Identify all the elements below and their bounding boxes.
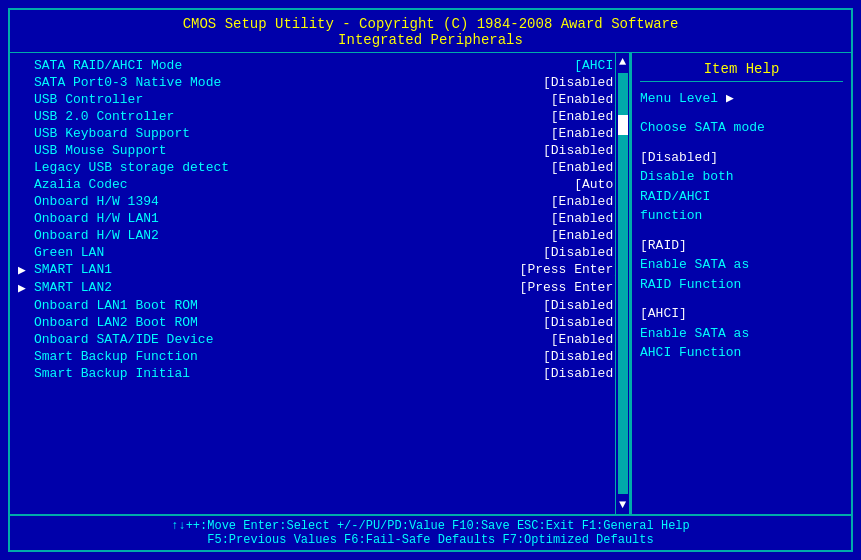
menu-level-label: Menu Level [640,91,718,106]
menu-item-value: [Press Enter] [520,262,621,278]
choose-sata-label: Choose SATA mode [640,118,843,138]
menu-item-label: USB Mouse Support [34,143,539,158]
menu-item[interactable]: ▶SMART LAN2[Press Enter] [10,279,629,297]
title-bar: CMOS Setup Utility - Copyright (C) 1984-… [10,10,851,53]
menu-item[interactable]: Azalia Codec[Auto] [10,176,629,193]
menu-item-arrow [18,143,30,158]
menu-item-label: SATA RAID/AHCI Mode [34,58,570,73]
menu-item-arrow [18,109,30,124]
disabled-desc1: Disable both [640,169,734,184]
menu-item[interactable]: Smart Backup Initial[Disabled] [10,365,629,382]
menu-item[interactable]: Green LAN[Disabled] [10,244,629,261]
menu-item-label: Onboard LAN1 Boot ROM [34,298,539,313]
menu-item[interactable]: SATA RAID/AHCI Mode[AHCI] [10,57,629,74]
menu-item[interactable]: Onboard LAN2 Boot ROM[Disabled] [10,314,629,331]
menu-item[interactable]: USB Mouse Support[Disabled] [10,142,629,159]
menu-item-label: USB Keyboard Support [34,126,547,141]
menu-item-value: [Enabled] [551,109,621,124]
ahci-section: [AHCI] Enable SATA as AHCI Function [640,304,843,363]
item-help-title: Item Help [640,61,843,82]
menu-item-value: [Enabled] [551,228,621,243]
bottom-line1: ↑↓++:Move Enter:Select +/-/PU/PD:Value F… [18,519,843,533]
title-line1: CMOS Setup Utility - Copyright (C) 1984-… [10,16,851,32]
menu-item-value: [AHCI] [574,58,621,73]
menu-item-arrow [18,92,30,107]
menu-item-label: Onboard SATA/IDE Device [34,332,547,347]
menu-item-value: [Enabled] [551,160,621,175]
menu-level-arrow: ▶ [726,90,734,106]
menu-item-value: [Disabled] [543,143,621,158]
menu-item-label: Onboard LAN2 Boot ROM [34,315,539,330]
menu-item-value: [Enabled] [551,126,621,141]
bottom-line2: F5:Previous Values F6:Fail-Safe Defaults… [18,533,843,547]
scrollbar-down-button[interactable]: ▼ [617,496,628,514]
menu-item-value: [Disabled] [543,349,621,364]
menu-item-arrow [18,366,30,381]
main-content: SATA RAID/AHCI Mode[AHCI] SATA Port0-3 N… [10,53,851,514]
ahci-bracket: [AHCI] [640,304,843,324]
menu-item[interactable]: USB 2.0 Controller[Enabled] [10,108,629,125]
scrollbar-up-button[interactable]: ▲ [617,53,628,71]
menu-item-arrow [18,177,30,192]
menu-item-label: Smart Backup Initial [34,366,539,381]
menu-item-arrow [18,160,30,175]
menu-item-value: [Disabled] [543,245,621,260]
disabled-desc2: RAID/AHCI [640,189,710,204]
menu-item-value: [Auto] [574,177,621,192]
scrollbar-thumb[interactable] [618,115,628,135]
menu-item-value: [Enabled] [551,332,621,347]
disabled-desc3: function [640,208,702,223]
menu-item-label: Azalia Codec [34,177,570,192]
menu-item[interactable]: USB Keyboard Support[Enabled] [10,125,629,142]
menu-item-label: SATA Port0-3 Native Mode [34,75,539,90]
menu-item[interactable]: ▶SMART LAN1[Press Enter] [10,261,629,279]
scrollbar[interactable]: ▲ ▼ [615,53,629,514]
menu-item-value: [Disabled] [543,315,621,330]
raid-desc2: RAID Function [640,277,741,292]
menu-item[interactable]: Legacy USB storage detect[Enabled] [10,159,629,176]
menu-item[interactable]: Onboard H/W 1394[Enabled] [10,193,629,210]
menu-item[interactable]: Onboard SATA/IDE Device[Enabled] [10,331,629,348]
menu-item-arrow [18,315,30,330]
menu-item-arrow [18,349,30,364]
menu-item-label: Onboard H/W LAN1 [34,211,547,226]
menu-item-label: USB Controller [34,92,547,107]
menu-item[interactable]: Onboard LAN1 Boot ROM[Disabled] [10,297,629,314]
menu-item-arrow: ▶ [18,262,30,278]
menu-item-label: USB 2.0 Controller [34,109,547,124]
menu-item-arrow [18,298,30,313]
menu-list: SATA RAID/AHCI Mode[AHCI] SATA Port0-3 N… [10,57,629,382]
menu-item-arrow [18,58,30,73]
raid-section: [RAID] Enable SATA as RAID Function [640,236,843,295]
raid-bracket: [RAID] [640,236,843,256]
raid-desc1: Enable SATA as [640,257,749,272]
menu-item-arrow [18,332,30,347]
menu-item[interactable]: USB Controller[Enabled] [10,91,629,108]
bios-window: CMOS Setup Utility - Copyright (C) 1984-… [8,8,853,552]
title-line2: Integrated Peripherals [10,32,851,48]
disabled-bracket: [Disabled] [640,148,843,168]
right-panel: Item Help Menu Level ▶ Choose SATA mode … [631,53,851,514]
menu-item-arrow: ▶ [18,280,30,296]
scrollbar-track [618,73,628,494]
menu-item[interactable]: Onboard H/W LAN1[Enabled] [10,210,629,227]
menu-item-value: [Disabled] [543,298,621,313]
menu-item-label: Green LAN [34,245,539,260]
menu-level: Menu Level ▶ [640,90,843,106]
menu-item[interactable]: Onboard H/W LAN2[Enabled] [10,227,629,244]
menu-item-value: [Press Enter] [520,280,621,296]
ahci-desc1: Enable SATA as [640,326,749,341]
menu-item-label: SMART LAN2 [34,280,516,296]
ahci-desc2: AHCI Function [640,345,741,360]
menu-item-value: [Disabled] [543,366,621,381]
menu-item[interactable]: SATA Port0-3 Native Mode[Disabled] [10,74,629,91]
menu-item-arrow [18,126,30,141]
menu-item-label: Smart Backup Function [34,349,539,364]
menu-item[interactable]: Smart Backup Function[Disabled] [10,348,629,365]
menu-item-label: Onboard H/W LAN2 [34,228,547,243]
menu-item-arrow [18,228,30,243]
menu-item-value: [Enabled] [551,211,621,226]
menu-item-value: [Disabled] [543,75,621,90]
menu-item-arrow [18,245,30,260]
left-panel: SATA RAID/AHCI Mode[AHCI] SATA Port0-3 N… [10,53,631,514]
